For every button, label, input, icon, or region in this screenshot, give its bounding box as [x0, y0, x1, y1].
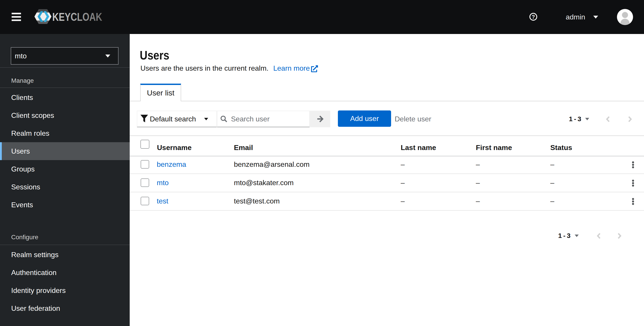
svg-text:KEYCLOAK: KEYCLOAK — [52, 11, 102, 23]
svg-text:?: ? — [532, 14, 535, 20]
